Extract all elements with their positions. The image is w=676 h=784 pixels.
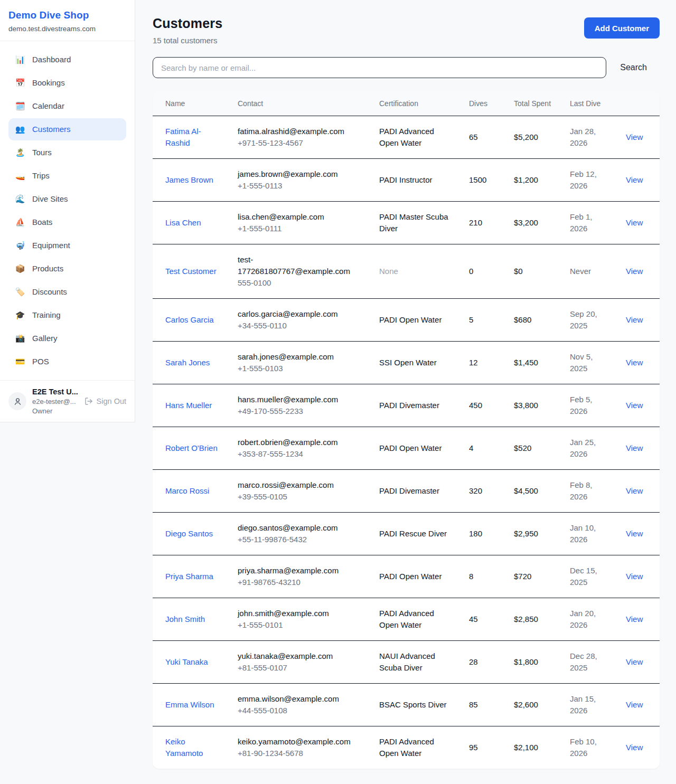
customer-name-link[interactable]: Yuki Tanaka: [165, 657, 208, 666]
sidebar-item-pos[interactable]: 💳 POS: [8, 351, 126, 373]
user-role: Owner: [32, 407, 79, 415]
customer-name-link[interactable]: John Smith: [165, 615, 205, 624]
user-name: E2E Test U...: [32, 388, 79, 396]
sidebar-item-calendar[interactable]: 🗓️ Calendar: [8, 95, 126, 117]
column-header-total-spent: Total Spent: [505, 92, 561, 116]
customer-email: diego.santos@example.com: [238, 522, 362, 534]
search-button[interactable]: Search: [606, 63, 660, 72]
customers-icon: 👥: [15, 124, 25, 135]
customer-dives: 1500: [469, 175, 486, 184]
customer-email: carlos.garcia@example.com: [238, 308, 362, 320]
customer-last-dive: Feb 5, 2026: [570, 395, 593, 415]
customer-name-link[interactable]: Carlos Garcia: [165, 315, 214, 324]
customer-phone: +353-87-555-1234: [238, 448, 362, 460]
customers-table-body: Fatima Al-Rashid fatima.alrashid@example…: [153, 116, 660, 769]
customer-name-link[interactable]: Emma Wilson: [165, 700, 214, 709]
customer-email: yuki.tanaka@example.com: [238, 650, 362, 662]
person-icon: [13, 397, 22, 406]
view-customer-link[interactable]: View: [626, 133, 643, 141]
customer-name-link[interactable]: Priya Sharma: [165, 572, 213, 581]
sidebar-item-customers[interactable]: 👥 Customers: [8, 118, 126, 140]
sidebar-item-label: Dive Sites: [32, 193, 68, 205]
search-input[interactable]: [153, 57, 606, 78]
view-customer-link[interactable]: View: [626, 700, 643, 709]
customer-name-link[interactable]: Keiko Yamamoto: [165, 737, 203, 758]
sidebar-item-trips[interactable]: 🚤 Trips: [8, 165, 126, 187]
customer-phone: +55-11-99876-5432: [238, 534, 362, 545]
training-icon: 🎓: [15, 309, 25, 321]
sidebar-item-dashboard[interactable]: 📊 Dashboard: [8, 49, 126, 71]
view-customer-link[interactable]: View: [626, 315, 643, 324]
customer-total-spent: $3,200: [514, 218, 538, 227]
customer-email: marco.rossi@example.com: [238, 479, 362, 491]
sidebar-item-label: Trips: [32, 170, 50, 182]
view-customer-link[interactable]: View: [626, 358, 643, 367]
main-content: Customers 15 total customers Add Custome…: [135, 0, 676, 769]
sidebar-item-tours[interactable]: 🏝️ Tours: [8, 141, 126, 164]
customer-phone: +1-555-0111: [238, 223, 362, 234]
sidebar-item-discounts[interactable]: 🏷️ Discounts: [8, 281, 126, 303]
view-customer-link[interactable]: View: [626, 657, 643, 666]
customer-dives: 8: [469, 572, 473, 581]
customer-name-link[interactable]: Robert O'Brien: [165, 443, 218, 452]
user-info: E2E Test U... e2e-tester@... Owner: [32, 388, 79, 415]
customer-total-spent: $3,800: [514, 401, 538, 410]
sidebar-user-footer: E2E Test U... e2e-tester@... Owner Sign …: [0, 380, 135, 422]
customer-total-spent: $720: [514, 572, 531, 581]
view-customer-link[interactable]: View: [626, 443, 643, 452]
view-customer-link[interactable]: View: [626, 743, 643, 752]
view-customer-link[interactable]: View: [626, 486, 643, 495]
sidebar-item-bookings[interactable]: 📅 Bookings: [8, 72, 126, 94]
sidebar-item-boats[interactable]: ⛵ Boats: [8, 211, 126, 233]
sidebar-item-dive-sites[interactable]: 🌊 Dive Sites: [8, 188, 126, 210]
customer-total-spent: $1,800: [514, 657, 538, 666]
table-row: Fatima Al-Rashid fatima.alrashid@example…: [153, 116, 660, 159]
column-header-name: Name: [153, 92, 229, 116]
view-customer-link[interactable]: View: [626, 175, 643, 184]
customer-phone: +39-555-0105: [238, 491, 362, 503]
products-icon: 📦: [15, 263, 25, 275]
view-customer-link[interactable]: View: [626, 267, 643, 276]
sidebar-item-label: Customers: [32, 124, 71, 135]
view-customer-link[interactable]: View: [626, 218, 643, 227]
table-row: James Brown james.brown@example.com +1-5…: [153, 159, 660, 202]
view-customer-link[interactable]: View: [626, 529, 643, 538]
customer-name-link[interactable]: Diego Santos: [165, 529, 213, 538]
customer-name-link[interactable]: Lisa Chen: [165, 218, 201, 227]
customer-phone: +1-555-0113: [238, 180, 362, 192]
customer-name-link[interactable]: James Brown: [165, 175, 213, 184]
customer-last-dive: Sep 20, 2025: [570, 309, 597, 330]
customer-dives: 320: [469, 486, 482, 495]
customer-name-link[interactable]: Fatima Al-Rashid: [165, 127, 201, 147]
view-customer-link[interactable]: View: [626, 615, 643, 624]
customer-phone: +81-90-1234-5678: [238, 748, 362, 759]
table-row: Lisa Chen lisa.chen@example.com +1-555-0…: [153, 202, 660, 244]
customer-email: sarah.jones@example.com: [238, 351, 362, 363]
customer-dives: 12: [469, 358, 478, 367]
customer-certification: PADI Divemaster: [379, 401, 439, 410]
tours-icon: 🏝️: [15, 147, 25, 158]
customer-name-link[interactable]: Sarah Jones: [165, 358, 210, 367]
customer-dives: 85: [469, 700, 478, 709]
sidebar-item-gallery[interactable]: 📸 Gallery: [8, 327, 126, 350]
sidebar-item-training[interactable]: 🎓 Training: [8, 304, 126, 326]
customer-last-dive: Dec 28, 2025: [570, 651, 597, 672]
customer-email: robert.obrien@example.com: [238, 437, 362, 448]
view-customer-link[interactable]: View: [626, 572, 643, 581]
customer-name-link[interactable]: Test Customer: [165, 267, 217, 276]
customer-email: john.smith@example.com: [238, 608, 362, 619]
customer-certification: PADI Rescue Diver: [379, 529, 447, 538]
page-header-text: Customers 15 total customers: [153, 16, 222, 45]
search-row: Search: [153, 57, 660, 78]
add-customer-button[interactable]: Add Customer: [584, 17, 660, 39]
customer-name-link[interactable]: Marco Rossi: [165, 486, 209, 495]
sidebar-item-equipment[interactable]: 🤿 Equipment: [8, 234, 126, 257]
sign-out-button[interactable]: Sign Out: [84, 397, 126, 405]
customer-certification: PADI Master Scuba Diver: [379, 212, 448, 233]
customer-name-link[interactable]: Hans Mueller: [165, 401, 212, 410]
customer-last-dive: Jan 25, 2026: [570, 438, 596, 458]
sidebar-item-products[interactable]: 📦 Products: [8, 258, 126, 280]
customer-phone: +44-555-0108: [238, 705, 362, 716]
view-customer-link[interactable]: View: [626, 401, 643, 410]
customer-phone: +91-98765-43210: [238, 577, 362, 588]
